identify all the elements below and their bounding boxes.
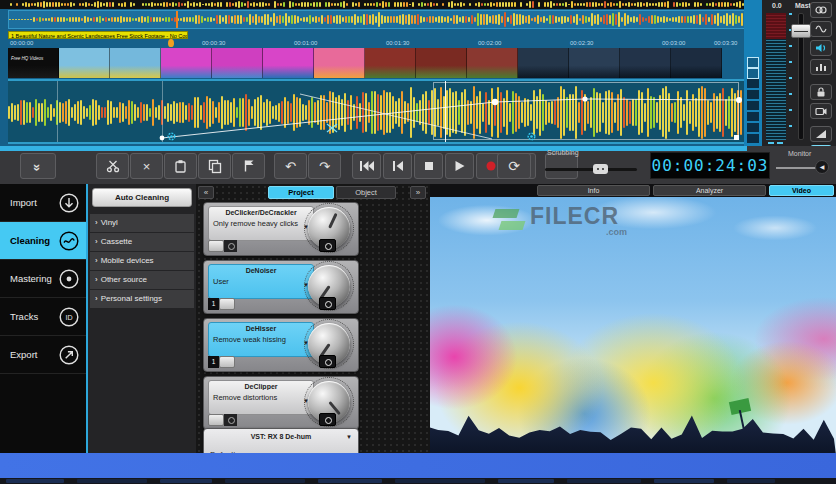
preset-dropdown[interactable]: Remove distortions <box>213 393 300 402</box>
switch-thumb[interactable] <box>208 414 224 426</box>
declipper-enable-switch[interactable] <box>208 414 237 426</box>
switch-thumb[interactable] <box>219 356 235 368</box>
tab-project[interactable]: Project <box>268 186 334 199</box>
caret-down-icon[interactable]: ▼ <box>346 434 352 440</box>
copy-button[interactable] <box>198 153 231 179</box>
timeline-marker-pin[interactable] <box>168 39 174 47</box>
marker-flag-button[interactable] <box>232 153 265 179</box>
fade-tool-button[interactable] <box>810 126 832 142</box>
declicker-enable-switch[interactable] <box>208 240 237 252</box>
dehisser-settings-button[interactable] <box>319 355 336 368</box>
video-thumbnail[interactable] <box>263 48 314 78</box>
tab-info[interactable]: Info <box>537 185 650 196</box>
sidebar-item-cleaning[interactable]: Cleaning <box>0 222 86 260</box>
project-overview-waveform[interactable] <box>8 10 745 29</box>
double-chevron-icon: » <box>30 163 45 168</box>
stereo-mode-button[interactable] <box>810 2 832 18</box>
video-thumbnail-track[interactable]: Free HQ Videos <box>8 48 722 78</box>
video-thumbnail[interactable] <box>671 48 722 78</box>
chevron-right-icon: › <box>95 294 98 303</box>
crossfade-icon[interactable] <box>326 119 338 137</box>
track-edit-button[interactable] <box>747 90 759 99</box>
track-edit-button[interactable] <box>747 134 759 143</box>
preset-dropdown[interactable]: User <box>213 277 300 286</box>
track-edit-button[interactable] <box>747 123 759 132</box>
analyzer-button[interactable] <box>810 59 832 75</box>
go-to-start-button[interactable] <box>352 153 381 179</box>
preset-dropdown[interactable]: Only remove heavy clicks <box>213 219 300 228</box>
video-thumbnail[interactable] <box>416 48 467 78</box>
declicker-settings-button[interactable] <box>319 239 336 252</box>
play-button[interactable] <box>445 153 474 179</box>
category-other-source[interactable]: ›Other source <box>90 271 194 289</box>
video-thumbnail[interactable] <box>365 48 416 78</box>
volume-envelope[interactable] <box>8 81 744 142</box>
video-thumbnail[interactable] <box>59 48 110 78</box>
master-fader-handle[interactable] <box>791 24 811 38</box>
scrubbing-slider[interactable] <box>545 168 637 171</box>
auto-cleaning-button[interactable]: Auto Cleaning <box>92 188 192 207</box>
video-monitor-button[interactable] <box>810 103 832 119</box>
green-flag-silhouette <box>729 398 751 415</box>
denoiser-enable-switch[interactable]: 1 <box>208 298 235 310</box>
previous-object-button[interactable] <box>383 153 412 179</box>
undo-button[interactable]: ↶ <box>274 153 307 179</box>
delete-button[interactable]: × <box>130 153 163 179</box>
track-edit-button[interactable] <box>747 68 759 79</box>
timeline-ruler[interactable]: 00:00:00 00:00:30 00:01:00 00:01:30 00:0… <box>8 39 745 48</box>
preset-dropdown[interactable]: Remove weak hissing <box>213 335 300 344</box>
track-button-column[interactable] <box>744 0 762 146</box>
monitor-slider-thumb[interactable]: ◀ <box>815 160 829 174</box>
video-thumbnail[interactable] <box>314 48 365 78</box>
video-thumbnail[interactable]: Free HQ Videos <box>8 48 59 78</box>
video-thumbnail[interactable] <box>110 48 161 78</box>
scroll-left-button[interactable]: « <box>198 186 214 199</box>
scroll-right-button[interactable]: » <box>410 186 426 199</box>
video-thumbnail[interactable] <box>518 48 569 78</box>
switch-off-indicator <box>224 240 237 252</box>
switch-thumb[interactable] <box>219 298 235 310</box>
tab-video[interactable]: Video <box>769 185 834 196</box>
dehisser-enable-switch[interactable]: 1 <box>208 356 235 368</box>
tab-object[interactable]: Object <box>336 186 396 199</box>
waveform-view-button[interactable] <box>810 21 832 37</box>
main-waveform-editor[interactable] <box>8 79 744 144</box>
object-fx-gear-icon[interactable] <box>526 128 537 139</box>
category-personal-settings[interactable]: ›Personal settings <box>90 290 194 308</box>
stop-button[interactable] <box>414 153 443 179</box>
track-edit-button[interactable] <box>747 57 759 68</box>
video-thumbnail[interactable] <box>467 48 518 78</box>
switch-thumb[interactable] <box>208 240 224 252</box>
playhead-cursor[interactable] <box>445 81 446 142</box>
module-title: DeNoiser <box>209 265 313 274</box>
overview-playhead[interactable] <box>176 11 178 28</box>
declipper-settings-button[interactable] <box>319 413 336 426</box>
video-preview[interactable]: FILECR .com <box>430 197 836 455</box>
video-thumbnail[interactable] <box>161 48 212 78</box>
collapse-toolbar-button[interactable]: » <box>20 153 56 179</box>
video-thumbnail[interactable] <box>620 48 671 78</box>
tab-analyzer[interactable]: Analyzer <box>653 185 766 196</box>
loop-playback-button[interactable]: ⟳ <box>497 153 531 179</box>
denoiser-settings-button[interactable] <box>319 297 336 310</box>
navigation-strip[interactable] <box>0 0 747 9</box>
category-mobile-devices[interactable]: ›Mobile devices <box>90 252 194 270</box>
scrubbing-slider-thumb[interactable] <box>593 164 608 174</box>
paste-button[interactable] <box>164 153 197 179</box>
sidebar-item-import[interactable]: Import <box>0 184 86 222</box>
speaker-output-button[interactable] <box>810 40 832 56</box>
category-vinyl[interactable]: ›Vinyl <box>90 214 194 232</box>
track-edit-button[interactable] <box>747 112 759 121</box>
video-thumbnail[interactable] <box>569 48 620 78</box>
sidebar-item-export[interactable]: Export <box>0 336 86 374</box>
sidebar-item-mastering[interactable]: Mastering <box>0 260 86 298</box>
redo-button[interactable]: ↷ <box>308 153 341 179</box>
cut-button[interactable] <box>96 153 129 179</box>
lock-button[interactable] <box>810 84 832 100</box>
object-fx-gear-icon[interactable] <box>166 128 177 139</box>
track-edit-button[interactable] <box>747 79 759 88</box>
video-thumbnail[interactable] <box>212 48 263 78</box>
track-edit-button[interactable] <box>747 101 759 110</box>
category-cassette[interactable]: ›Cassette <box>90 233 194 251</box>
sidebar-item-tracks[interactable]: Tracks ID <box>0 298 86 336</box>
